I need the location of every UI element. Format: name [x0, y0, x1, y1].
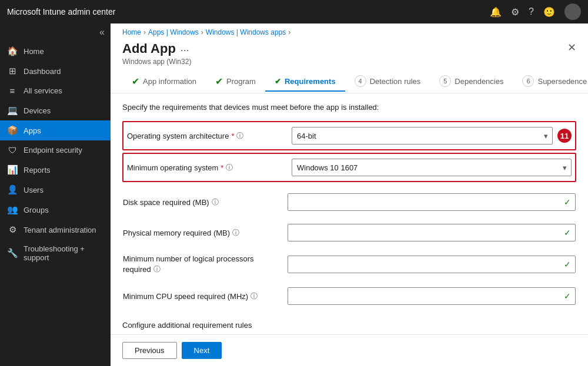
- required-marker: *: [220, 163, 223, 172]
- os-arch-select[interactable]: 64-bit 32-bit 32-bit and 64-bit: [292, 127, 553, 145]
- tab-num: 5: [439, 75, 451, 87]
- home-icon: 🏠: [7, 46, 18, 56]
- logical-processors-field-row: Minimum number of logical processors req…: [122, 248, 576, 281]
- troubleshooting-icon: 🔧: [7, 248, 18, 258]
- sidebar-item-label: Reports: [24, 166, 51, 174]
- cpu-speed-info-icon[interactable]: ⓘ: [250, 291, 258, 301]
- step-badge-11: 11: [557, 129, 572, 143]
- min-os-field-row: Minimum operating system * ⓘ Windows 10 …: [122, 153, 576, 182]
- sidebar-item-label: Tenant administration: [24, 226, 96, 234]
- disk-space-textbox[interactable]: [288, 193, 576, 211]
- tab-num: 6: [522, 75, 534, 87]
- cpu-speed-field-row: Minimum CPU speed required (MHz) ⓘ ✓: [122, 281, 576, 311]
- sidebar-item-groups[interactable]: 👥 Groups: [0, 200, 111, 220]
- physical-memory-input: ✓: [288, 224, 576, 241]
- tab-program[interactable]: ✔ Program: [206, 71, 265, 93]
- all-services-icon: ≡: [7, 86, 18, 96]
- gear-icon[interactable]: ⚙: [511, 6, 519, 18]
- question-icon[interactable]: ?: [529, 6, 534, 17]
- disk-space-info-icon[interactable]: ⓘ: [212, 197, 219, 207]
- physical-memory-info-icon[interactable]: ⓘ: [232, 228, 239, 238]
- groups-icon: 👥: [7, 204, 18, 215]
- sidebar-item-all-services[interactable]: ≡ All services: [0, 81, 111, 100]
- logical-processors-label: Minimum number of logical processors req…: [123, 254, 288, 274]
- tab-requirements[interactable]: ✔ Requirements: [265, 72, 345, 92]
- breadcrumb-home[interactable]: Home: [122, 28, 141, 36]
- tab-detection-rules[interactable]: 4 Detection rules: [345, 70, 430, 93]
- cpu-speed-check-icon: ✓: [564, 291, 571, 301]
- tab-label: App information: [143, 77, 196, 86]
- sidebar-item-tenant-admin[interactable]: ⚙ Tenant administration: [0, 220, 111, 240]
- sidebar-item-label: Dashboard: [24, 67, 61, 76]
- topbar-title: Microsoft Intune admin center: [7, 7, 490, 16]
- tenant-admin-icon: ⚙: [7, 224, 18, 235]
- logical-processors-label-text: Minimum number of logical processors: [123, 254, 254, 263]
- sidebar-item-label: Apps: [24, 126, 41, 135]
- close-button[interactable]: ✕: [567, 41, 576, 54]
- disk-space-check-icon: ✓: [564, 197, 571, 207]
- sidebar-item-home[interactable]: 🏠 Home: [0, 41, 111, 61]
- logical-processors-input: ✓: [288, 256, 576, 273]
- page-header-left: Add App ··· Windows app (Win32): [122, 41, 191, 66]
- sidebar: « 🏠 Home ⊞ Dashboard ≡ All services 💻 De…: [0, 23, 111, 366]
- sidebar-item-label: Endpoint security: [24, 146, 82, 155]
- tab-dependencies[interactable]: 5 Dependencies: [430, 70, 513, 93]
- next-button[interactable]: Next: [182, 342, 222, 359]
- sidebar-item-label: All services: [24, 86, 62, 95]
- sidebar-item-label: Troubleshooting + support: [24, 244, 103, 262]
- cpu-speed-textbox[interactable]: [288, 287, 576, 305]
- reports-icon: 📊: [7, 164, 18, 175]
- dashboard-icon: ⊞: [7, 66, 18, 76]
- page-header-text: Add App ··· Windows app (Win32): [122, 41, 191, 66]
- breadcrumb-sep2: ›: [201, 28, 203, 36]
- devices-icon: 💻: [7, 105, 18, 116]
- avatar[interactable]: [564, 4, 581, 20]
- bell-icon[interactable]: 🔔: [490, 6, 502, 18]
- sidebar-item-label: Users: [24, 186, 44, 194]
- feedback-icon[interactable]: 🙂: [543, 6, 555, 18]
- cpu-speed-label: Minimum CPU speed required (MHz) ⓘ: [123, 291, 288, 301]
- min-os-info-icon[interactable]: ⓘ: [226, 163, 233, 173]
- disk-space-label: Disk space required (MB) ⓘ: [123, 197, 288, 207]
- tab-app-information[interactable]: ✔ App information: [122, 71, 206, 93]
- footer: Previous Next: [111, 334, 588, 366]
- logical-processors-check-icon: ✓: [564, 260, 571, 269]
- apps-icon: 📦: [7, 125, 18, 136]
- tab-label: Program: [226, 77, 256, 86]
- sidebar-item-reports[interactable]: 📊 Reports: [0, 160, 111, 180]
- os-arch-info-icon[interactable]: ⓘ: [236, 131, 243, 141]
- tab-num: 4: [355, 75, 366, 87]
- logical-processors-info-icon[interactable]: ⓘ: [153, 264, 161, 274]
- breadcrumb-apps-windows[interactable]: Apps | Windows: [148, 28, 199, 36]
- tab-label: Detection rules: [370, 77, 421, 86]
- logical-processors-textbox[interactable]: [288, 256, 576, 273]
- page-subtitle: Windows app (Win32): [122, 58, 191, 66]
- tab-supersedence[interactable]: 6 Supersedence: [513, 70, 588, 93]
- breadcrumb: Home › Apps | Windows › Windows | Window…: [111, 23, 588, 41]
- sidebar-item-troubleshooting[interactable]: 🔧 Troubleshooting + support: [0, 240, 111, 267]
- breadcrumb-sep3: ›: [288, 28, 290, 36]
- sidebar-item-devices[interactable]: 💻 Devices: [0, 100, 111, 120]
- sidebar-collapse-button[interactable]: «: [0, 23, 111, 41]
- physical-memory-check-icon: ✓: [564, 228, 571, 237]
- breadcrumb-windows-apps[interactable]: Windows | Windows apps: [206, 28, 286, 36]
- tab-label: Supersedence: [537, 77, 587, 86]
- sidebar-item-dashboard[interactable]: ⊞ Dashboard: [0, 61, 111, 81]
- sidebar-item-endpoint-security[interactable]: 🛡 Endpoint security: [0, 140, 111, 160]
- page-menu-icon[interactable]: ···: [181, 44, 189, 56]
- sidebar-item-label: Groups: [24, 206, 49, 214]
- form-area: Specify the requirements that devices mu…: [111, 93, 588, 334]
- physical-memory-field-row: Physical memory required (MB) ⓘ ✓: [122, 217, 576, 248]
- tab-check-icon: ✔: [132, 76, 139, 87]
- sidebar-item-apps[interactable]: 📦 Apps: [0, 120, 111, 140]
- page-title: Add App: [122, 41, 176, 56]
- min-os-select[interactable]: Windows 10 1607 Windows 10 1703 Windows …: [292, 159, 572, 176]
- sidebar-item-users[interactable]: 👤 Users: [0, 180, 111, 200]
- physical-memory-textbox[interactable]: [288, 224, 576, 241]
- logical-processors-label-required: required: [123, 265, 151, 274]
- required-marker: *: [231, 132, 234, 140]
- cpu-speed-input: ✓: [288, 287, 576, 305]
- previous-button[interactable]: Previous: [122, 342, 177, 359]
- users-icon: 👤: [7, 184, 18, 195]
- content-area: Home › Apps | Windows › Windows | Window…: [111, 23, 588, 366]
